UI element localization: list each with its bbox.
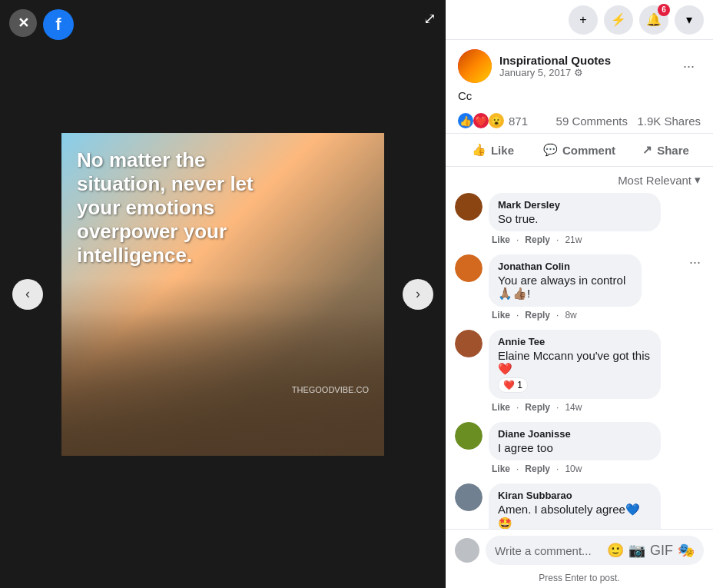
comment-like-link[interactable]: Like [492,402,510,413]
sort-label: Most Relevant [618,174,691,187]
comment-item: Kiran SubbaraoAmen. I absolutely agree💙🤩… [455,483,704,529]
comment-text: Amen. I absolutely agree💙🤩 [498,503,652,529]
comment-item: Jonathan ColinYou are always in control … [455,254,704,321]
comments-area: Mark DersleySo true.Like · Reply · 21wJo… [446,193,713,529]
notification-badge: 6 [658,4,670,16]
post-date: January 5, 2017 ⚙ [499,67,669,78]
top-navigation: + ⚡ 🔔 6 ▾ [446,0,713,40]
sort-bar[interactable]: Most Relevant ▾ [446,167,713,193]
add-icon: + [579,13,586,27]
comment-reply-link[interactable]: Reply [525,463,550,474]
expand-icon[interactable]: ⤢ [423,9,436,28]
comment-button[interactable]: 💬 Comment [537,137,622,163]
comment-like-link[interactable]: Like [492,234,510,245]
comment-reply-link[interactable]: Reply [525,234,550,245]
comment-item: Mark DersleySo true.Like · Reply · 21w [455,193,704,245]
comment-text: You are always in control 🙏🏽👍🏽! [498,274,632,301]
reaction-count: 871 [509,115,528,128]
camera-icon[interactable]: 📷 [628,542,645,559]
commenter-avatar [455,538,479,563]
like-label: Like [491,144,514,157]
comment-icon: 💬 [543,143,558,157]
comment-time: 8w [565,310,576,321]
action-buttons: 👍 Like 💬 Comment ↗ Share [446,134,713,167]
comment-text: So true. [498,212,652,225]
page-avatar[interactable] [458,49,492,83]
post-image: No matter the situation, never let your … [61,133,384,456]
comment-input-icons: 🙂 📷 GIF 🎭 [607,542,695,559]
next-image-button[interactable]: › [403,279,433,310]
comment-bubble: Mark DersleySo true. [489,193,661,231]
love-reaction-icon: ❤️ [473,113,489,128]
comment-bubble: Diane JoanisseI agree too [489,422,661,460]
post-caption: Cc [446,89,713,108]
comments-panel: + ⚡ 🔔 6 ▾ Inspirational Quotes January 5… [446,0,713,588]
comment-avatar[interactable] [455,330,483,357]
chevron-down-icon: ▾ [686,12,692,27]
comment-author[interactable]: Jonathan Colin [498,261,632,272]
quote-text: No matter the situation, never let your … [77,148,261,268]
write-comment-bar: Write a comment... 🙂 📷 GIF 🎭 [446,529,713,571]
comment-like-link[interactable]: Like [492,310,510,321]
add-button[interactable]: + [569,5,598,35]
comment-text: Elaine Mccann you've got this ❤️ [498,349,652,376]
comment-time: 10w [565,463,582,474]
reactions-left: 👍 ❤️ 😮 871 [458,113,528,128]
post-meta: Inspirational Quotes January 5, 2017 ⚙ [499,54,669,78]
wow-reaction-icon: 😮 [489,113,504,128]
comment-actions: Like · Reply · 8w [489,310,680,321]
comment-reaction: ❤️ 1 [498,377,528,393]
comment-actions: Like · Reply · 14w [489,402,699,413]
gif-icon[interactable]: GIF [650,543,673,559]
post-header: Inspirational Quotes January 5, 2017 ⚙ ·… [446,40,713,89]
account-dropdown-button[interactable]: ▾ [675,5,704,35]
comment-input-wrapper[interactable]: Write a comment... 🙂 📷 GIF 🎭 [486,536,704,565]
share-label: Share [657,144,689,157]
sort-chevron-icon: ▾ [695,173,701,187]
share-icon: ↗ [642,143,652,157]
comment-avatar[interactable] [455,483,483,511]
comment-author[interactable]: Kiran Subbarao [498,490,652,501]
like-reaction-icon: 👍 [458,113,473,128]
comment-reply-link[interactable]: Reply [525,310,550,321]
emoji-icon[interactable]: 🙂 [607,542,624,559]
comment-actions: Like · Reply · 21w [489,234,699,245]
comment-more-button[interactable]: ··· [686,254,704,271]
comment-avatar[interactable] [455,422,483,450]
comment-label: Comment [562,144,615,157]
reactions-bar: 👍 ❤️ 😮 871 59 Comments 1.9K Shares [446,108,713,134]
page-name[interactable]: Inspirational Quotes [499,54,669,67]
more-options-button[interactable]: ··· [677,55,701,78]
comment-time: 14w [565,402,582,413]
sticker-icon[interactable]: 🎭 [678,542,695,559]
shares-count: 1.9K Shares [637,115,701,128]
image-viewer: ✕ f ⤢ ‹ No matter the situation, never l… [0,0,446,588]
comment-item: Diane JoanisseI agree tooLike · Reply · … [455,422,704,474]
comment-text: I agree too [498,441,652,454]
quote-source: THEGOODVIBE.CO [292,385,369,394]
comment-author[interactable]: Mark Dersley [498,199,652,211]
comment-bubble: Annie TeeElaine Mccann you've got this ❤… [489,330,661,399]
comment-input[interactable]: Write a comment... [495,544,607,557]
comment-author[interactable]: Diane Joanisse [498,428,652,440]
comment-author[interactable]: Annie Tee [498,336,652,347]
notifications-button[interactable]: 🔔 6 [639,5,668,35]
share-button[interactable]: ↗ Share [625,137,707,163]
comment-avatar[interactable] [455,193,483,221]
facebook-logo-button[interactable]: f [43,9,74,40]
comment-reply-link[interactable]: Reply [525,402,550,413]
settings-icon: ⚙ [574,67,583,78]
comment-actions: Like · Reply · 10w [489,463,699,474]
comment-like-link[interactable]: Like [492,463,510,474]
close-button[interactable]: ✕ [9,9,37,37]
comment-bubble: Kiran SubbaraoAmen. I absolutely agree💙🤩… [489,483,661,529]
comments-count: 59 Comments [556,115,628,128]
comment-avatar[interactable] [455,254,483,282]
reactions-right: 59 Comments 1.9K Shares [556,115,701,128]
like-icon: 👍 [472,143,486,157]
comment-item: Annie TeeElaine Mccann you've got this ❤… [455,330,704,413]
prev-image-button[interactable]: ‹ [12,279,43,310]
comment-time: 21w [565,234,582,245]
messenger-button[interactable]: ⚡ [604,5,633,35]
like-button[interactable]: 👍 Like [452,137,534,163]
